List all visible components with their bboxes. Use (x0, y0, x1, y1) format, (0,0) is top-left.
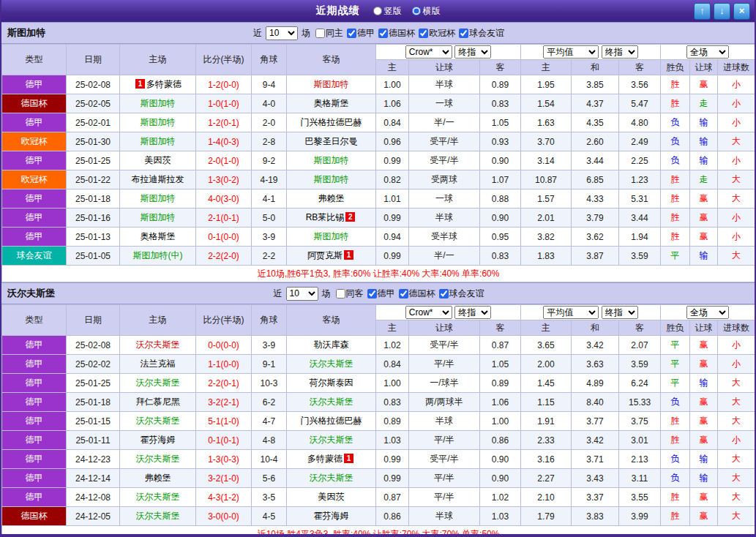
home-team[interactable]: 法兰克福 (120, 355, 196, 374)
league-filter-input[interactable] (419, 29, 428, 38)
away-team[interactable]: 门兴格拉德巴赫 (287, 113, 376, 132)
away-team[interactable]: 勒沃库森 (287, 336, 376, 355)
same-venue-input[interactable] (315, 29, 325, 38)
away-team[interactable]: RB莱比锡2 (287, 209, 376, 228)
view-option-horizontal[interactable]: 横版 (412, 5, 441, 18)
away-team[interactable]: 巴黎圣日尔曼 (287, 132, 376, 151)
home-team[interactable]: 1多特蒙德 (120, 75, 196, 94)
corner-score: 2-0 (252, 113, 287, 132)
odds-home: 0.94 (376, 228, 409, 247)
away-team[interactable]: 阿贾克斯1 (287, 247, 376, 266)
result-handicap: 赢 (690, 336, 718, 355)
view-option-vertical[interactable]: 竖版 (373, 5, 402, 18)
away-team-name: 斯图加特 (314, 231, 349, 241)
avg-away: 3.99 (619, 507, 661, 526)
away-team[interactable]: 荷尔斯泰因 (287, 374, 376, 393)
average-select[interactable]: 平均值 (543, 45, 599, 59)
odds-home: 1.00 (376, 75, 409, 94)
home-team[interactable]: 沃尔夫斯堡 (120, 412, 196, 431)
average-final-select[interactable]: 终指 (602, 45, 638, 59)
home-team[interactable]: 斯图加特 (120, 189, 196, 209)
away-team[interactable]: 沃尔夫斯堡 (287, 393, 376, 412)
odds-final-select[interactable]: 终指 (454, 45, 491, 59)
odds-final-select[interactable]: 终指 (454, 306, 491, 319)
home-team[interactable]: 美因茨 (120, 151, 196, 170)
result-outcome: 平 (661, 247, 690, 266)
home-team[interactable]: 弗赖堡 (120, 469, 196, 488)
league-filter-bundesliga[interactable]: 德甲 (347, 27, 375, 40)
odds-book-select[interactable]: Crow* (405, 306, 452, 319)
away-team[interactable]: 斯图加特 (287, 75, 376, 94)
result-handicap: 输 (690, 132, 718, 151)
move-down-button[interactable]: ↓ (714, 3, 730, 20)
league-filter-input[interactable] (399, 289, 408, 298)
home-team[interactable]: 奥格斯堡 (120, 228, 196, 247)
league-filter-input[interactable] (367, 289, 377, 298)
home-team[interactable]: 斯图加特 (120, 94, 196, 113)
away-team[interactable]: 沃尔夫斯堡 (287, 431, 376, 450)
home-team[interactable]: 斯图加特 (120, 113, 196, 132)
away-team[interactable]: 门兴格拉德巴赫 (287, 412, 376, 431)
recent-count-select[interactable]: 10 (266, 26, 298, 40)
home-team[interactable]: 斯图加特 (120, 209, 196, 228)
home-team-name: 沃尔夫斯堡 (136, 378, 180, 388)
league-filter-bundesliga[interactable]: 德甲 (367, 288, 395, 300)
league-filter-input[interactable] (439, 289, 449, 298)
match-score: 2-0(1-0) (196, 151, 252, 170)
league-filter-friendly[interactable]: 球会友谊 (439, 288, 484, 300)
home-team[interactable]: 沃尔夫斯堡 (120, 507, 196, 526)
league-filter-german-cup[interactable]: 德国杯 (378, 27, 415, 40)
league-filter-german-cup[interactable]: 德国杯 (399, 288, 435, 300)
away-team[interactable]: 霍芬海姆 (287, 507, 376, 526)
league-filter-friendly[interactable]: 球会友谊 (459, 27, 504, 40)
vertical-radio[interactable] (373, 7, 382, 15)
move-up-button[interactable]: ↑ (694, 3, 711, 20)
odds-away: 1.02 (480, 488, 521, 507)
odds-book-select[interactable]: Crow* (405, 45, 452, 59)
away-team[interactable]: 美因茨 (287, 488, 376, 507)
recent-count-select[interactable]: 10 (286, 287, 318, 301)
same-venue-input[interactable] (336, 289, 345, 298)
home-team[interactable]: 斯图加特 (120, 132, 196, 151)
fulltime-select[interactable]: 全场 (686, 306, 729, 319)
league-filter-champions-league[interactable]: 欧冠杯 (419, 27, 455, 40)
avg-home: 3.82 (521, 228, 572, 247)
away-team[interactable]: 弗赖堡 (287, 189, 376, 209)
home-team[interactable]: 布拉迪斯拉发 (120, 170, 196, 189)
home-team[interactable]: 霍芬海姆 (120, 431, 196, 450)
away-team[interactable]: 沃尔夫斯堡 (287, 355, 376, 374)
horizontal-radio[interactable] (412, 7, 421, 15)
league-filter-input[interactable] (347, 29, 356, 38)
away-team-name: 门兴格拉德巴赫 (301, 117, 362, 127)
fulltime-select[interactable]: 全场 (686, 45, 729, 59)
league-filter-input[interactable] (378, 29, 388, 38)
home-team[interactable]: 拜仁慕尼黑 (120, 393, 196, 412)
home-team[interactable]: 沃尔夫斯堡 (120, 488, 196, 507)
home-team-name: 沃尔夫斯堡 (136, 339, 180, 350)
odds-home: 0.84 (376, 113, 409, 132)
away-team[interactable]: 斯图加特 (287, 151, 376, 170)
away-team[interactable]: 沃尔夫斯堡 (287, 469, 376, 488)
league-type: 德甲 (2, 189, 67, 209)
same-venue-checkbox[interactable]: 同主 (315, 27, 343, 40)
away-team[interactable]: 斯图加特 (287, 228, 376, 247)
home-team[interactable]: 斯图加特(中) (120, 247, 196, 266)
average-select[interactable]: 平均值 (543, 306, 599, 319)
home-team[interactable]: 沃尔夫斯堡 (120, 336, 196, 355)
away-team[interactable]: 多特蒙德1 (287, 450, 376, 469)
avg-draw: 6.85 (572, 170, 619, 189)
home-team[interactable]: 沃尔夫斯堡 (120, 374, 196, 393)
close-button[interactable]: × (733, 3, 750, 20)
match-row: 德甲25-01-25美因茨2-0(1-0)9-2斯图加特0.99受平/半0.90… (2, 151, 755, 170)
home-team-name: 斯图加特 (141, 136, 176, 146)
odds-away: 1.05 (480, 113, 521, 132)
away-team[interactable]: 奥格斯堡 (287, 94, 376, 113)
odds-handicap: 受平/半 (409, 132, 480, 151)
odds-handicap: 一/球半 (409, 374, 480, 393)
average-final-select[interactable]: 终指 (602, 306, 638, 319)
away-team[interactable]: 斯图加特 (287, 170, 376, 189)
home-team[interactable]: 沃尔夫斯堡 (120, 450, 196, 469)
avg-home: 2.27 (521, 469, 572, 488)
same-venue-checkbox[interactable]: 同客 (336, 288, 364, 300)
league-filter-input[interactable] (459, 29, 468, 38)
